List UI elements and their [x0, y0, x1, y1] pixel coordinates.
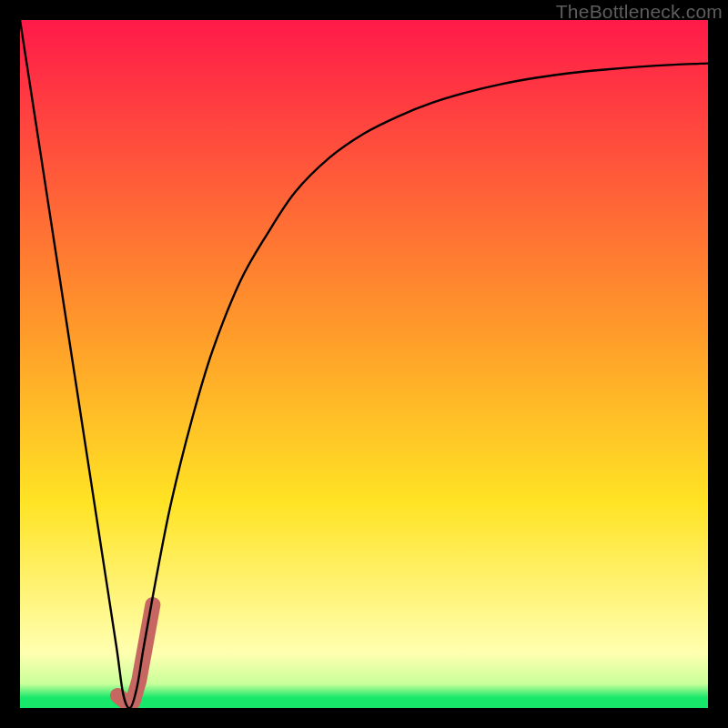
- curve-layer: [20, 20, 708, 708]
- chart-frame: TheBottleneck.com: [0, 0, 728, 728]
- plot-area: [20, 20, 708, 708]
- bottleneck-curve-stroke: [20, 20, 708, 708]
